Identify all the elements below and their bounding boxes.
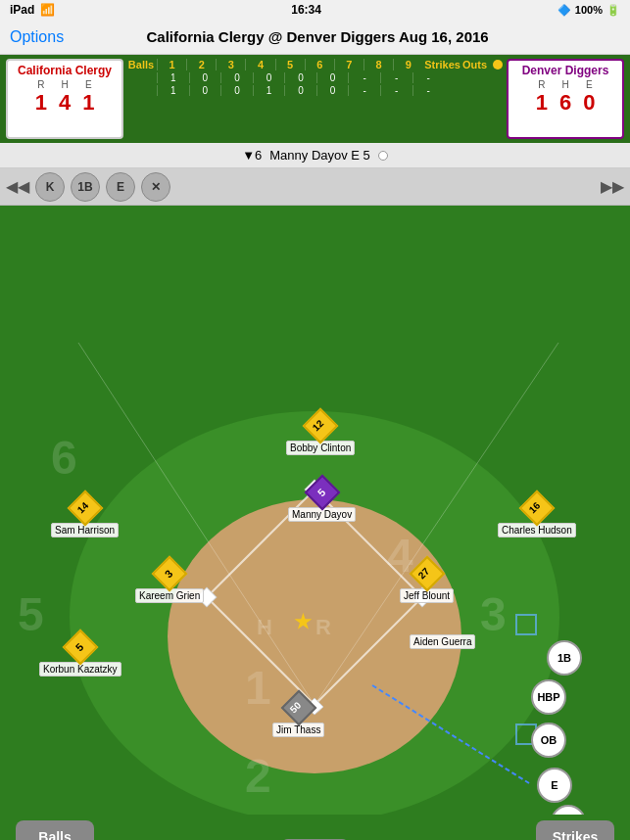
home-r-label: R: [538, 79, 545, 90]
player-jeff-blount[interactable]: 27 Jeff Blount: [400, 561, 454, 603]
k-button[interactable]: K: [35, 172, 65, 202]
away-team-name: California Clergy: [18, 64, 112, 77]
inning-header-5: 5: [275, 59, 305, 70]
inning-header-9: 9: [393, 59, 422, 70]
home-score-inning-9: -: [412, 85, 445, 96]
status-bar: iPad 📶 16:34 🔷 100% 🔋: [0, 0, 630, 20]
player-manny-dayov[interactable]: 5 Manny Dayov: [288, 480, 356, 522]
battery-label: 100%: [575, 4, 603, 16]
time-display: 16:34: [291, 3, 321, 17]
home-score-inning-8: -: [380, 85, 412, 96]
away-e-val: 1: [82, 90, 94, 116]
player-diamond-5b: 5: [68, 634, 93, 660]
away-r-val: 1: [35, 90, 47, 116]
player-diamond-5: 5: [310, 480, 335, 505]
e-label: E: [85, 79, 92, 90]
balls-label: Balls: [38, 829, 71, 841]
home-score-inning-6: 0: [316, 85, 349, 96]
action-e[interactable]: E: [537, 768, 572, 803]
game-title: California Clergy @ Denver Diggers Aug 1…: [146, 28, 488, 45]
player-jim-thass[interactable]: 50 Jim Thass: [272, 695, 324, 737]
hr-star: ★: [294, 610, 312, 633]
inning-header-7: 7: [334, 59, 363, 70]
player-diamond-14: 14: [73, 495, 98, 521]
battery-icon: 🔋: [606, 4, 620, 17]
player-diamond-27: 27: [414, 561, 440, 586]
home-team-box: Denver Diggers R 1 H 6 E 0: [507, 59, 624, 139]
away-r-col: R 1: [35, 79, 47, 116]
hr-label: H: [257, 615, 272, 640]
home-team-name: Denver Diggers: [522, 64, 609, 77]
home-e-val: 0: [583, 90, 595, 116]
player-diamond-12: 12: [308, 413, 333, 439]
innings-wrapper: Balls 123456789 Strikes Outs 100000--- 1…: [127, 59, 503, 139]
home-h-label: H: [561, 79, 568, 90]
action-ob[interactable]: OB: [531, 723, 566, 758]
away-h-col: H 4: [59, 79, 71, 116]
strikes-control: Strikes +: [536, 820, 614, 840]
baseball-field: 6 4 5 3 1 2 H ★ R 12 Bobby Clinton 5 Man…: [0, 206, 630, 815]
player-aiden-guerra-label: Aiden Guerra: [410, 632, 475, 649]
inning-header-2: 2: [186, 59, 216, 70]
scoreboard: California Clergy R 1 H 4 E 1 Balls 1234…: [0, 55, 630, 143]
inning-header-3: 3: [216, 59, 245, 70]
away-score-inning-2: 0: [189, 72, 221, 83]
pos-2-label: 2: [245, 749, 271, 803]
away-score-inning-7: -: [348, 72, 380, 83]
away-team-box: California Clergy R 1 H 4 E 1: [6, 59, 123, 139]
strikes-label: Strikes: [553, 829, 599, 841]
home-e-label: E: [586, 79, 593, 90]
player-kareem-grien[interactable]: 3 Kareem Grien: [135, 561, 204, 603]
outs-header: Outs: [462, 59, 503, 70]
play-dot: [378, 151, 388, 161]
home-scores: 100100---: [157, 85, 444, 96]
strikes-header: Strikes: [424, 59, 460, 70]
home-r-val: 1: [536, 90, 548, 116]
player-diamond-50: 50: [286, 695, 312, 721]
pos-1-label: 1: [245, 661, 271, 715]
home-rhe-row: R 1 H 6 E 0: [536, 79, 596, 116]
inning-header-1: 1: [157, 59, 186, 70]
home-r-col: R 1: [536, 79, 548, 116]
next-arrow[interactable]: ▶▶: [601, 177, 624, 196]
action-1b[interactable]: 1B: [547, 640, 582, 676]
home-score-inning-2: 0: [189, 85, 221, 96]
home-score-inning-1: 1: [157, 85, 189, 96]
inning-header-4: 4: [245, 59, 274, 70]
away-score-inning-6: 0: [316, 72, 349, 83]
e-button[interactable]: E: [106, 172, 135, 202]
away-score-inning-4: 0: [253, 72, 285, 83]
bluetooth-icon: 🔷: [557, 4, 571, 17]
bso-header: Balls 123456789 Strikes Outs: [127, 59, 503, 70]
player-charles-hudson[interactable]: 16 Charles Hudson: [498, 495, 576, 537]
away-e-col: E 1: [82, 79, 94, 116]
away-rhe-row: R 1 H 4 E 1: [35, 79, 95, 116]
1b-button[interactable]: 1B: [71, 172, 100, 202]
control-bar: ◀◀ K 1B E ✕ ▶▶: [0, 168, 630, 206]
pos-5-label: 5: [18, 587, 44, 641]
prev-arrow[interactable]: ◀◀: [6, 177, 29, 196]
wifi-icon: 📶: [40, 3, 55, 17]
away-score-inning-5: 0: [284, 72, 316, 83]
player-bobby-clinton[interactable]: 12 Bobby Clinton: [286, 413, 355, 455]
play-description: Manny Dayov E 5: [269, 148, 370, 163]
player-diamond-3: 3: [157, 561, 182, 586]
player-korbun-kazatzky[interactable]: 5 Korbun Kazatzky: [39, 634, 121, 677]
device-label: iPad: [10, 3, 34, 17]
home-scores-row: 100100---: [127, 85, 503, 96]
balls-control: Balls +: [16, 820, 94, 840]
home-score-inning-7: -: [348, 85, 380, 96]
options-button[interactable]: Options: [10, 28, 64, 46]
x-button[interactable]: ✕: [141, 172, 170, 202]
action-hbp[interactable]: HBP: [531, 679, 566, 715]
player-sam-harrison[interactable]: 14 Sam Harrison: [51, 495, 119, 537]
pos-6-label: 6: [51, 431, 77, 485]
balls-header: Balls: [127, 59, 155, 70]
inning-header-6: 6: [305, 59, 334, 70]
away-score-inning-8: -: [380, 72, 412, 83]
home-score-inning-5: 0: [284, 85, 316, 96]
away-score-inning-3: 0: [220, 72, 253, 83]
home-e-col: E 0: [583, 79, 595, 116]
inning-headers: 123456789: [157, 59, 422, 70]
away-scores: 100000---: [157, 72, 444, 83]
